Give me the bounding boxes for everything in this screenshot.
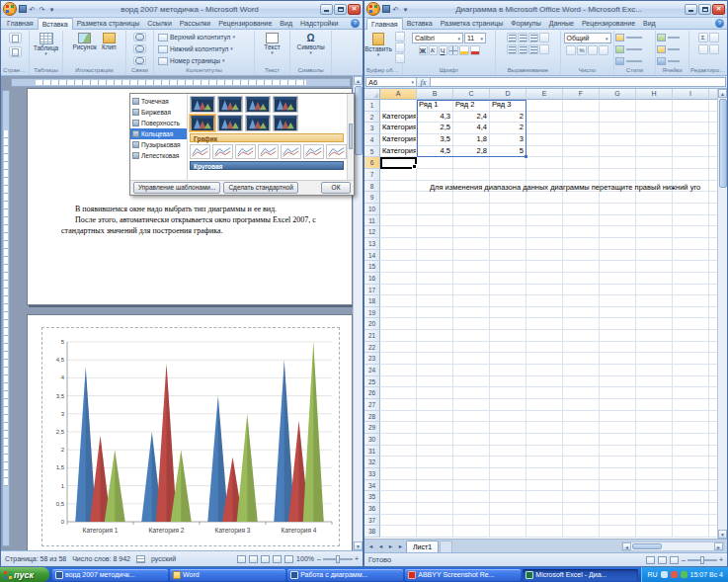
cell-H23[interactable] <box>636 353 673 365</box>
cell-C16[interactable] <box>453 273 490 285</box>
cell-H25[interactable] <box>636 376 673 388</box>
insert-function-button[interactable]: fx <box>417 77 431 87</box>
cell-E5[interactable] <box>526 146 563 158</box>
cell-I27[interactable] <box>673 399 709 411</box>
cell-D2[interactable]: 2 <box>490 112 526 124</box>
scrollbar-thumb[interactable] <box>355 86 363 155</box>
cell-I9[interactable] <box>673 192 709 204</box>
cell-H20[interactable] <box>636 318 673 330</box>
cell-D22[interactable] <box>490 342 526 354</box>
row-header-17[interactable]: 17 <box>364 285 380 296</box>
cell-A18[interactable] <box>380 295 417 307</box>
cell-E22[interactable] <box>526 342 563 354</box>
cell-A33[interactable] <box>380 468 417 480</box>
chart-type-item-5[interactable]: Лепестковая <box>130 150 187 161</box>
dialog-scrollbar[interactable] <box>347 94 354 180</box>
cell-A11[interactable] <box>380 215 417 227</box>
cell-B6[interactable] <box>417 157 453 169</box>
cell-D20[interactable] <box>490 318 526 330</box>
cell-E8[interactable] <box>526 181 563 193</box>
format-as-table-button[interactable] <box>615 43 642 54</box>
cell-B33[interactable] <box>417 468 453 480</box>
word-tab-0[interactable]: Главная <box>3 18 38 29</box>
cell-H9[interactable] <box>636 192 673 204</box>
cell-D3[interactable]: 2 <box>490 123 526 134</box>
cell-A29[interactable] <box>380 422 417 434</box>
cell-E20[interactable] <box>526 318 563 330</box>
cell-D21[interactable] <box>490 330 526 342</box>
cell-G33[interactable] <box>600 468 636 480</box>
cell-C10[interactable] <box>453 204 490 215</box>
cell-G8[interactable] <box>600 181 636 193</box>
cell-C14[interactable] <box>453 250 490 262</box>
cell-H30[interactable] <box>636 434 673 446</box>
cell-B29[interactable] <box>417 422 453 434</box>
cell-B19[interactable] <box>417 307 453 319</box>
taskbar-button-3[interactable]: ABBYY Screenshot Re... <box>405 569 521 581</box>
row-header-3[interactable]: 3 <box>364 123 380 134</box>
cell-I25[interactable] <box>673 376 709 388</box>
line-chart-thumbnail-6[interactable] <box>326 144 347 159</box>
cell-D8[interactable] <box>490 181 526 193</box>
next-sheet-icon[interactable]: ► <box>386 540 395 552</box>
cell-F4[interactable] <box>563 134 600 146</box>
cell-H11[interactable] <box>636 215 673 227</box>
tray-icon[interactable] <box>661 571 668 578</box>
row-header-15[interactable]: 15 <box>364 261 380 273</box>
column-header-C[interactable]: C <box>453 89 490 100</box>
cell-B14[interactable] <box>417 250 453 262</box>
cell-B4[interactable]: 3,5 <box>417 134 453 146</box>
cell-C12[interactable] <box>453 226 490 238</box>
cell-I16[interactable] <box>673 273 709 285</box>
word-titlebar[interactable]: ↶ ↷ ▾ ворд 2007 методичка - Microsoft Wo… <box>1 1 363 18</box>
cross-reference-button[interactable] <box>133 56 146 65</box>
cell-B32[interactable] <box>417 457 453 468</box>
cell-I24[interactable] <box>673 365 709 376</box>
cell-F33[interactable] <box>563 468 600 480</box>
cell-E1[interactable] <box>526 100 563 112</box>
cell-A4[interactable]: Категория 3 <box>380 134 417 146</box>
font-size-select[interactable]: 11▾ <box>464 33 486 43</box>
cell-B9[interactable] <box>417 192 453 204</box>
cell-F16[interactable] <box>563 273 600 285</box>
cell-D15[interactable] <box>490 261 526 273</box>
horizontal-scrollbar[interactable]: ◄ ► <box>621 541 724 551</box>
cone-chart-thumbnail-7[interactable] <box>273 115 298 131</box>
cell-H10[interactable] <box>636 204 673 215</box>
cell-E14[interactable] <box>526 250 563 262</box>
header-button[interactable]: Верхний колонтитул ▾ <box>155 32 238 42</box>
excel-tab-5[interactable]: Рецензирование <box>578 18 639 29</box>
currency-icon[interactable] <box>566 45 576 55</box>
qat-more-icon[interactable]: ▾ <box>401 5 410 14</box>
cell-F34[interactable] <box>563 480 600 492</box>
cell-A16[interactable] <box>380 273 417 285</box>
cell-B10[interactable] <box>417 204 453 215</box>
cell-G10[interactable] <box>600 204 636 215</box>
cell-H36[interactable] <box>636 503 673 515</box>
cell-I21[interactable] <box>673 330 709 342</box>
cell-A10[interactable] <box>380 204 417 215</box>
last-sheet-icon[interactable]: ► <box>396 540 405 552</box>
cell-B25[interactable] <box>417 376 453 388</box>
percent-icon[interactable]: % <box>577 45 587 55</box>
zoom-in-icon[interactable]: + <box>719 556 723 564</box>
cell-D27[interactable] <box>490 399 526 411</box>
cell-C32[interactable] <box>453 457 490 468</box>
cell-C13[interactable] <box>453 238 490 250</box>
cell-E31[interactable] <box>526 446 563 457</box>
cell-F28[interactable] <box>563 411 600 423</box>
row-header-21[interactable]: 21 <box>364 330 380 342</box>
cell-I32[interactable] <box>673 457 709 468</box>
row-header-18[interactable]: 18 <box>364 295 380 307</box>
cell-C34[interactable] <box>453 480 490 492</box>
align-bottom-icon[interactable] <box>528 33 538 42</box>
column-header-D[interactable]: D <box>490 89 526 100</box>
cell-E15[interactable] <box>526 261 563 273</box>
row-header-28[interactable]: 28 <box>364 411 380 423</box>
text-button[interactable]: Текст ▾ <box>262 32 282 56</box>
row-header-20[interactable]: 20 <box>364 318 380 330</box>
excel-tab-2[interactable]: Разметка страницы <box>437 18 508 29</box>
cell-F2[interactable] <box>563 112 600 124</box>
cell-A12[interactable] <box>380 226 417 238</box>
cell-F19[interactable] <box>563 307 600 319</box>
